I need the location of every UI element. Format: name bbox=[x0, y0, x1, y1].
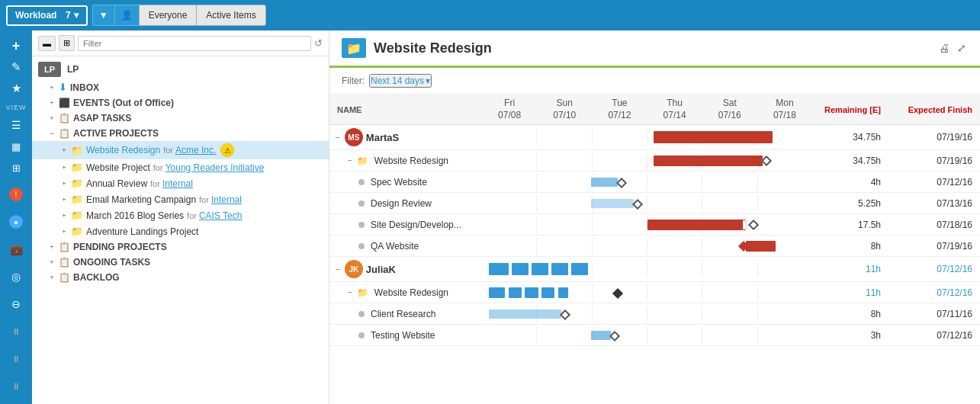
backlog-icon: 📋 bbox=[59, 272, 70, 283]
expand-events[interactable]: + bbox=[47, 98, 56, 107]
tree-item-annual-review[interactable]: + 📁 Annual Review for Internal bbox=[32, 175, 329, 191]
tree-item-lp[interactable]: LP LP bbox=[32, 59, 329, 79]
expand-pending-projects[interactable]: + bbox=[47, 242, 56, 252]
testing-website-bar-seg bbox=[591, 331, 611, 340]
expand-adventure[interactable]: + bbox=[59, 227, 69, 236]
pause3-icon[interactable]: ⏸ bbox=[5, 375, 27, 398]
expand-email-campaign[interactable]: + bbox=[59, 195, 69, 204]
chat-blue-icon[interactable]: ● bbox=[5, 210, 27, 233]
tree-view-grid-btn[interactable]: ⊞ bbox=[59, 35, 75, 51]
gantt-row-site-design: Site Design/Develop... 17.5h 07/18/16 bbox=[329, 214, 980, 236]
gantt-header: NAME Fri07/08 Sun07/10 Tue07/12 Thu07/14… bbox=[329, 95, 980, 125]
everyone-button[interactable]: Everyone bbox=[139, 5, 197, 26]
asap-icon: 📋 bbox=[59, 113, 70, 123]
workload-button[interactable]: Workload 7 ▾ bbox=[6, 5, 88, 26]
events-icon: ⬛ bbox=[59, 98, 70, 108]
cais-link[interactable]: CAIS Tech bbox=[199, 210, 242, 221]
expand-ongoing-tasks[interactable]: + bbox=[47, 258, 56, 267]
design-review-expected: 07/13/16 bbox=[888, 195, 980, 212]
minus-circle-icon[interactable]: ⊖ bbox=[5, 293, 27, 316]
person-filter-button[interactable]: 👤 bbox=[114, 5, 139, 26]
list-view-icon[interactable]: ☰ bbox=[5, 116, 27, 134]
collapse-martas-project[interactable]: − bbox=[348, 156, 352, 165]
tree-item-website-project[interactable]: + 📁 Website Project for Young Readers In… bbox=[32, 159, 329, 175]
expand-button[interactable]: ⤢ bbox=[956, 40, 968, 56]
expand-annual-review[interactable]: + bbox=[59, 179, 69, 188]
filter-button[interactable]: ▼ bbox=[92, 5, 114, 26]
briefcase-icon[interactable]: 💼 bbox=[5, 238, 27, 261]
filter-value-button[interactable]: Next 14 days ▾ bbox=[369, 74, 432, 88]
pause1-icon[interactable]: ⏸ bbox=[5, 320, 27, 343]
qa-website-bar-seg bbox=[746, 241, 776, 252]
avatar-martas: MS bbox=[345, 128, 363, 146]
header-actions: 🖨 ⤢ bbox=[937, 40, 968, 56]
collapse-juliak-project[interactable]: − bbox=[348, 288, 352, 297]
gantt-date-5: Mon07/18 bbox=[757, 95, 812, 124]
alert-red-icon[interactable]: ! bbox=[5, 183, 27, 206]
gantt-row-spec-website: Spec Website 4h 07/12/16 bbox=[329, 172, 980, 193]
tree-item-website-redesign[interactable]: + 📁 Website Redesign for Acme Inc. ⚠ bbox=[32, 141, 329, 159]
everyone-label: Everyone bbox=[149, 10, 188, 21]
folder-icon-juliak-project: 📁 bbox=[357, 287, 368, 298]
collapse-juliak[interactable]: − bbox=[336, 265, 340, 274]
tree-label-website-project: Website Project bbox=[86, 162, 150, 173]
acme-link[interactable]: Acme Inc. bbox=[175, 145, 216, 156]
expand-blog-series[interactable]: + bbox=[59, 211, 69, 220]
tree-item-inbox[interactable]: + ⬇ INBOX bbox=[32, 79, 329, 95]
tree-item-blog-series[interactable]: + 📁 March 2016 Blog Series for CAIS Tech bbox=[32, 207, 329, 223]
grid-view-icon[interactable]: ⊞ bbox=[5, 159, 27, 177]
site-design-name-cell: Site Design/Develop... bbox=[329, 216, 482, 233]
expand-backlog[interactable]: + bbox=[47, 273, 56, 282]
design-review-name-cell: Design Review bbox=[329, 195, 482, 212]
site-design-diamond bbox=[748, 220, 759, 230]
expand-active-projects[interactable]: − bbox=[47, 129, 56, 138]
gantt-row-juliak-project: − 📁 Website Redesign bbox=[329, 282, 980, 303]
gantt-col-name: NAME bbox=[329, 101, 482, 119]
dot-site-design bbox=[358, 222, 365, 228]
tree-search-input[interactable] bbox=[78, 36, 311, 51]
internal-link-2[interactable]: Internal bbox=[211, 194, 242, 205]
lp-badge: LP bbox=[38, 62, 61, 77]
tree-label-backlog: BACKLOG bbox=[73, 272, 120, 283]
print-button[interactable]: 🖨 bbox=[937, 40, 951, 56]
star-icon[interactable]: ★ bbox=[5, 79, 27, 98]
for-text-5: for bbox=[187, 211, 197, 220]
tree-item-asap[interactable]: + 📋 ASAP TASKS bbox=[32, 111, 329, 126]
expand-asap[interactable]: + bbox=[47, 114, 56, 123]
tree-item-adventure[interactable]: + 📁 Adventure Landings Project bbox=[32, 223, 329, 239]
tree-item-ongoing-tasks[interactable]: + 📋 ONGOING TASKS bbox=[32, 255, 329, 270]
grid-overlay-2 bbox=[482, 174, 812, 191]
bottom-icons: ! ● 💼 ◎ ⊖ ⏸ ⏸ ⏸ bbox=[5, 183, 27, 404]
collapse-martas[interactable]: − bbox=[336, 133, 340, 142]
tree-view-list-btn[interactable]: ▬ bbox=[38, 36, 56, 51]
tree-item-active-projects[interactable]: − 📋 ACTIVE PROJECTS bbox=[32, 126, 329, 141]
gantt-row-martas-project: − 📁 Website Redesign 34.75h 07/19/16 bbox=[329, 150, 980, 172]
tree-item-backlog[interactable]: + 📋 BACKLOG bbox=[32, 270, 329, 285]
expand-website-redesign[interactable]: + bbox=[59, 146, 69, 155]
spec-website-bar-seg bbox=[591, 178, 618, 187]
filter-icon: ▼ bbox=[99, 10, 108, 21]
edit-icon[interactable]: ✎ bbox=[5, 58, 27, 76]
tree-item-pending-projects[interactable]: + 📋 PENDING PROJECTS bbox=[32, 239, 329, 255]
chart-view-icon[interactable]: ▦ bbox=[5, 137, 27, 156]
juliak-project-seg3 bbox=[525, 287, 538, 298]
young-readers-link[interactable]: Young Readers Initiative bbox=[165, 162, 265, 173]
internal-link-1[interactable]: Internal bbox=[162, 178, 193, 189]
top-bar: Workload 7 ▾ ▼ 👤 Everyone Active Items bbox=[0, 0, 980, 30]
circle-icon[interactable]: ◎ bbox=[5, 265, 27, 288]
expand-website-project[interactable]: + bbox=[59, 163, 69, 172]
tree-item-events[interactable]: + ⬛ EVENTS (Out of Office) bbox=[32, 95, 329, 111]
filter-bar: Filter: Next 14 days ▾ bbox=[329, 68, 980, 95]
tree-item-email-campaign[interactable]: + 📁 Email Marketing Campaign for Interna… bbox=[32, 191, 329, 207]
juliak-project-name-cell: − 📁 Website Redesign bbox=[329, 284, 482, 301]
active-items-button[interactable]: Active Items bbox=[196, 5, 265, 26]
tree-toolbar: ▬ ⊞ ↺ bbox=[32, 30, 329, 56]
expand-inbox[interactable]: + bbox=[47, 83, 56, 92]
add-icon[interactable]: + bbox=[5, 37, 27, 55]
tree-label-blog-series: March 2016 Blog Series bbox=[86, 210, 184, 221]
site-design-bar bbox=[482, 216, 812, 233]
view-label: VIEW bbox=[5, 104, 26, 111]
pause2-icon[interactable]: ⏸ bbox=[5, 348, 27, 370]
tree-refresh-button[interactable]: ↺ bbox=[314, 37, 323, 49]
juliak-project-seg1 bbox=[489, 287, 506, 298]
